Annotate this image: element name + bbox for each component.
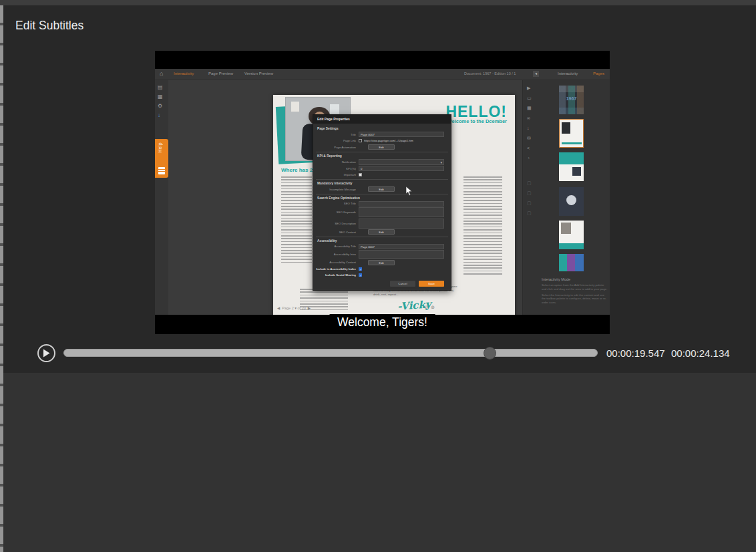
page-nav-of: of 20 [298, 306, 306, 310]
interactivity-mode-title: Interactivity Mode [542, 277, 608, 281]
incomplete-message-label: Incomplete Message [316, 188, 359, 191]
video-section: Edit Subtitles ⌂ Interactivity Page Prev… [3, 5, 756, 373]
help-tab-label: Help [158, 142, 162, 152]
prev-page-icon: ◀ [277, 306, 280, 310]
accessibility-content-label: Accessibility Content [316, 261, 359, 264]
important-checkbox [359, 173, 362, 176]
seo-title-label: SEO Title [316, 202, 359, 205]
important-label: Important [316, 173, 359, 176]
video-right-panel: ▶ ▭ ▦ ∞ ↓ ✉ < ◔ ▢ ▢ ▢ ▢ 1967 [522, 80, 610, 315]
interactivity-mode-text: Select an option from the Add Interactiv… [542, 283, 608, 291]
accessibility-index-label: Include in Accessibility Index [316, 267, 359, 271]
page-thumbnail [559, 187, 584, 216]
video-document-label: Document: 1967 - Edition 10 / 1 [464, 72, 516, 76]
window-icon: ▭ [527, 96, 532, 101]
modal-cancel-button: Cancel [390, 281, 415, 287]
collapse-panel-icon: ◂ [533, 71, 539, 77]
page-tool-icon: ▢ [527, 211, 532, 216]
letterbox-bottom: Welcome, Tigers! [155, 315, 610, 334]
chevron-down-icon: ▾ [295, 306, 297, 310]
play-button[interactable] [37, 344, 55, 362]
current-time: 00:00:19.547 [606, 348, 665, 359]
kpi-label: KPI (%) [316, 167, 359, 170]
page-thumbnail [559, 221, 584, 249]
accessibility-intro-label: Accessibility Intro [316, 253, 359, 256]
accessibility-title-field: Page 0007 [359, 244, 444, 249]
home-icon: ⌂ [160, 70, 163, 77]
modal-title: Edit Page Properties [313, 115, 451, 124]
letterbox-top [155, 51, 610, 69]
chevron-down-icon: ▾ [440, 160, 442, 164]
video-frame-app: ⌂ Interactivity Page Preview Version Pre… [155, 69, 610, 315]
video-app-topbar: ⌂ Interactivity Page Preview Version Pre… [155, 69, 610, 80]
social-sharing-checkbox: ✓ [359, 273, 362, 277]
video-right-tab-pages: Pages [593, 72, 604, 76]
kpi-field: 0 [359, 166, 444, 171]
section-seo: Search Engine Optimisation [317, 196, 448, 200]
zoom-in-icon: ⊕ [431, 305, 437, 309]
video-right-tab-interactivity: Interactivity [558, 72, 578, 76]
accessibility-title-label: Accessibility Title [316, 245, 359, 248]
notification-select: ▾ [359, 159, 444, 165]
page-text-lines [281, 176, 312, 263]
page-thumbnail-selected [559, 119, 584, 148]
page-tool-icon: ▢ [527, 190, 532, 196]
page-navigation: ◀ Page 2 ▾ of 20 ▶ [277, 306, 311, 310]
page-link-checkbox [359, 139, 362, 142]
help-doc-icon [158, 167, 165, 174]
notification-label: Notification [316, 160, 359, 164]
page-tool-icon: ▢ [527, 180, 532, 186]
download-icon: ↓ [158, 112, 160, 118]
accessibility-intro-field [359, 250, 444, 259]
email-icon: ✉ [527, 136, 531, 141]
seo-description-label: SEO Description [316, 222, 359, 225]
seo-title-field [359, 201, 444, 206]
mouse-cursor [405, 186, 413, 196]
seo-content-label: SEO Content [316, 231, 359, 234]
next-page-icon: ▶ [308, 306, 311, 310]
modal-body: Page Settings Title Page 0007 Page Link … [313, 124, 451, 290]
page-thumbnail [559, 152, 584, 181]
edit-page-properties-modal: Edit Page Properties Page Settings Title… [313, 114, 451, 291]
section-accessibility: Accessibility [317, 239, 448, 243]
page-tool-icon: ▢ [527, 200, 532, 206]
section-page-settings: Page Settings [317, 127, 448, 130]
grid-icon: ▦ [527, 106, 532, 111]
document-icon: ▤ [158, 84, 163, 90]
pinned-note [291, 102, 299, 112]
page-automation-edit-button: Edit [368, 144, 395, 150]
video-tab-page-preview: Page Preview [208, 72, 233, 76]
help-tab: Help [155, 139, 168, 178]
accessibility-content-edit-button: Edit [368, 260, 395, 265]
seek-slider[interactable] [63, 349, 598, 357]
section-kpi: KPI & Reporting [317, 154, 448, 158]
zoom-controls: ⊖⊕ [424, 305, 437, 310]
page-title: Edit Subtitles [15, 19, 83, 33]
zoom-out-icon: ⊖ [424, 305, 431, 309]
seek-slider-thumb[interactable] [484, 347, 496, 360]
interactivity-mode-text: Select the Interactivity to edit the con… [542, 293, 608, 305]
video-tab-version-preview: Version Preview [244, 72, 273, 76]
record-icon: ↓ [527, 126, 530, 130]
page-link-url: https://view.pagetiger.com/.../1/page2.h… [364, 139, 413, 142]
video-tab-interactivity: Interactivity [174, 72, 194, 76]
video-left-toolbar: ▤ ▦ ⚙ ↓ Help [155, 80, 168, 315]
modal-save-button: Save [419, 281, 444, 287]
link-icon: ∞ [527, 116, 530, 120]
page-nav-label: Page 2 [282, 306, 293, 310]
page-link-label: Page Link [316, 139, 359, 142]
seo-content-edit-button: Edit [368, 229, 395, 235]
page-thumbnail-cover: 1967 [559, 86, 584, 114]
total-time: 00:00:24.134 [671, 348, 730, 359]
incomplete-message-edit-button: Edit [368, 186, 395, 192]
seo-keywords-label: SEO Keywords [316, 211, 359, 214]
page-thumbnail [559, 254, 584, 271]
interactivity-mode-panel: Interactivity Mode Select an option from… [542, 277, 608, 307]
play-icon [43, 349, 50, 358]
table-icon: ▦ [158, 94, 163, 100]
section-mandatory: Mandatory Interactivity [317, 182, 448, 185]
video-preview[interactable]: ⌂ Interactivity Page Preview Version Pre… [155, 51, 610, 334]
subtitle-editor-section: Import Subtitles (.srt, .vtt) Download S… [3, 373, 756, 552]
edit-subtitles-dialog: Edit Subtitles ⌂ Interactivity Page Prev… [0, 0, 756, 552]
seo-keywords-field [359, 207, 444, 217]
